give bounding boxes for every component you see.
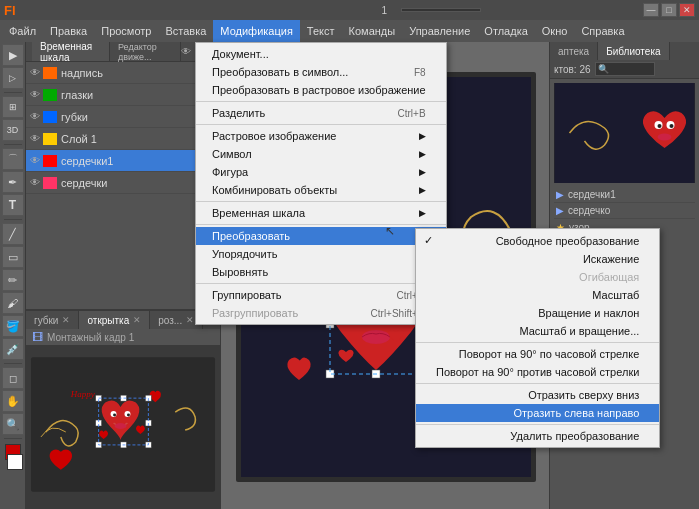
menu-item-combine[interactable]: Комбинировать объекты ▶	[196, 181, 446, 199]
left-toolbar: ▶ ▷ ⊞ 3D ⌒ ✒ T ╱ ▭ ✏ 🖌 🪣 💉 ◻ ✋ 🔍	[0, 42, 26, 509]
tool-line[interactable]: ╱	[2, 223, 24, 245]
tool-pen[interactable]: ✒	[2, 171, 24, 193]
menu-view[interactable]: Просмотр	[94, 20, 158, 42]
tool-select[interactable]: ▶	[2, 44, 24, 66]
tab-timeline[interactable]: Временная шкала	[32, 42, 110, 61]
tab-motion-editor[interactable]: Редактор движе...	[110, 42, 181, 61]
tool-text[interactable]: T	[2, 194, 24, 216]
submenu-distort[interactable]: Искажение	[416, 250, 659, 268]
canvas-tab-close-roz[interactable]: ✕	[186, 315, 194, 325]
menu-item-cr-label: Преобразовать в растровое изображение	[212, 84, 426, 96]
tool-rect[interactable]: ▭	[2, 246, 24, 268]
layer-nadpis[interactable]: 👁 надпись ▶	[26, 62, 220, 84]
menu-item-convert-raster[interactable]: Преобразовать в растровое изображение	[196, 81, 446, 99]
library-search[interactable]: 🔍	[595, 62, 655, 76]
tool-lasso[interactable]: ⌒	[2, 148, 24, 170]
submenu-flip-h[interactable]: Отразить слева направо	[416, 404, 659, 422]
layer-eye-gubki[interactable]: 👁	[30, 111, 40, 122]
layer-glazki[interactable]: 👁 глазки ▶	[26, 84, 220, 106]
menu-control[interactable]: Управление	[402, 20, 477, 42]
menu-file[interactable]: Файл	[2, 20, 43, 42]
tab-apteka[interactable]: аптека	[550, 42, 598, 60]
modify-menu: Документ... Преобразовать в символ... F8…	[195, 42, 447, 325]
submenu-scale[interactable]: Масштаб	[416, 286, 659, 304]
submenu-rotate-ccw[interactable]: Поворот на 90° против часовой стрелки	[416, 363, 659, 381]
menu-insert[interactable]: Вставка	[158, 20, 213, 42]
tool-paint-bucket[interactable]: 🪣	[2, 315, 24, 337]
layer-sloy1[interactable]: 👁 Слой 1 ▶	[26, 128, 220, 150]
tab-library[interactable]: Библиотека	[598, 42, 669, 60]
layer-icon-gubki	[43, 111, 57, 123]
menu-item-arrange[interactable]: Упорядочить ▶	[196, 245, 446, 263]
submenu-remove[interactable]: Удалить преобразование	[416, 427, 659, 445]
layer-eye-sloy1[interactable]: 👁	[30, 133, 40, 144]
submenu-envelope[interactable]: Огибающая	[416, 268, 659, 286]
tool-zoom[interactable]: 🔍	[2, 413, 24, 435]
tool-free-transform[interactable]: ⊞	[2, 96, 24, 118]
sep1	[196, 101, 446, 102]
layer-serdechki[interactable]: 👁 сердечки ▶	[26, 172, 220, 194]
maximize-button[interactable]: □	[661, 3, 677, 17]
menu-item-divide[interactable]: Разделить Ctrl+B	[196, 104, 446, 122]
check-free: ✓	[424, 234, 436, 247]
layer-eye-serd[interactable]: 👁	[30, 177, 40, 188]
menu-debug[interactable]: Отладка	[477, 20, 534, 42]
menu-item-align[interactable]: Выровнять ▶	[196, 263, 446, 281]
svg-point-3	[113, 414, 116, 417]
menu-item-transform[interactable]: Преобразовать ▶	[196, 227, 446, 245]
menu-item-group[interactable]: Группировать Ctrl+G	[196, 286, 446, 304]
fill-color[interactable]	[7, 454, 23, 470]
submenu-free[interactable]: ✓ Свободное преобразование	[416, 231, 659, 250]
layer-serdechki1[interactable]: 👁 сердечки1 ▶	[26, 150, 220, 172]
submenu-rotate-skew[interactable]: Вращение и наклон	[416, 304, 659, 322]
layer-icon-nadpis	[43, 67, 57, 79]
layer-gubki[interactable]: 👁 губки ▶	[26, 106, 220, 128]
mini-canvas: Happy	[26, 345, 220, 509]
second-panel: губки ✕ открытка ✕ роз... ✕ 🎞 Монтажный …	[26, 309, 220, 509]
tool-pencil[interactable]: ✏	[2, 269, 24, 291]
menu-help[interactable]: Справка	[574, 20, 631, 42]
menu-item-shape[interactable]: Фигура ▶	[196, 163, 446, 181]
layer-icon-glazki	[43, 89, 57, 101]
close-button[interactable]: ✕	[679, 3, 695, 17]
menu-item-symbol[interactable]: Символ ▶	[196, 145, 446, 163]
library-item[interactable]: ▶ сердечко	[554, 203, 695, 219]
menu-window[interactable]: Окно	[535, 20, 575, 42]
submenu-rotate-cw[interactable]: Поворот на 90° по часовой стрелке	[416, 345, 659, 363]
menu-commands[interactable]: Команды	[342, 20, 403, 42]
submenu-rcw-label: Поворот на 90° по часовой стрелке	[459, 348, 640, 360]
layer-eye-nadpis[interactable]: 👁	[30, 67, 40, 78]
menu-text[interactable]: Текст	[300, 20, 342, 42]
tool-3d[interactable]: 3D	[2, 119, 24, 141]
menu-item-document[interactable]: Документ...	[196, 45, 446, 63]
transform-submenu-panel: ✓ Свободное преобразование Искажение Оги…	[415, 228, 660, 448]
tool-hand[interactable]: ✋	[2, 390, 24, 412]
menu-modify[interactable]: Модификация	[213, 20, 300, 42]
menu-item-div-label: Разделить	[212, 107, 265, 119]
canvas-tab-otkrytka[interactable]: открытка ✕	[79, 311, 150, 329]
menu-item-shape-label: Фигура	[212, 166, 248, 178]
menu-item-raster[interactable]: Растровое изображение ▶	[196, 127, 446, 145]
menu-item-align-label: Выровнять	[212, 266, 268, 278]
canvas-tab-close-otkrytka[interactable]: ✕	[133, 315, 141, 325]
library-item[interactable]: ▶ сердечки1	[554, 187, 695, 203]
layer-eye-glazki[interactable]: 👁	[30, 89, 40, 100]
menu-item-timeline[interactable]: Временная шкала ▶	[196, 204, 446, 222]
tool-subselect[interactable]: ▷	[2, 67, 24, 89]
tool-brush[interactable]: 🖌	[2, 292, 24, 314]
search-box[interactable]	[401, 8, 481, 12]
zoom-selector[interactable]: 1	[382, 5, 388, 16]
canvas-tab-gubki[interactable]: губки ✕	[26, 311, 79, 329]
submenu-scale-rotate[interactable]: Масштаб и вращение...	[416, 322, 659, 340]
menu-item-convert-symbol[interactable]: Преобразовать в символ... F8	[196, 63, 446, 81]
submenu-fv-label: Отразить сверху вниз	[528, 389, 639, 401]
submenu-flip-v[interactable]: Отразить сверху вниз	[416, 386, 659, 404]
tool-eraser[interactable]: ◻	[2, 367, 24, 389]
sep2	[196, 124, 446, 125]
menu-item-ungroup[interactable]: Разгруппировать Ctrl+Shift+G	[196, 304, 446, 322]
menu-edit[interactable]: Правка	[43, 20, 94, 42]
minimize-button[interactable]: —	[643, 3, 659, 17]
layer-eye-serd1[interactable]: 👁	[30, 155, 40, 166]
canvas-tab-close-gubki[interactable]: ✕	[62, 315, 70, 325]
tool-eyedropper[interactable]: 💉	[2, 338, 24, 360]
